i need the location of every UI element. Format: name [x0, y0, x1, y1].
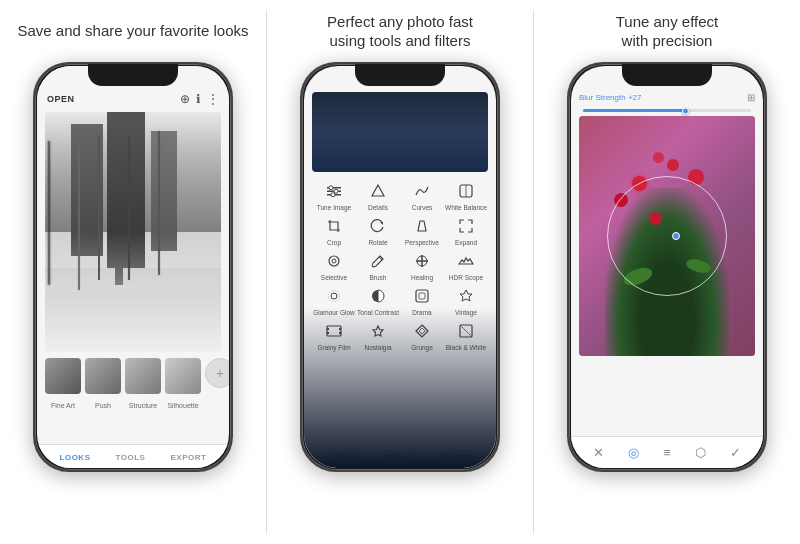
tool-selective-label: Selective — [321, 274, 347, 281]
phone-frame-2: Tune Image Details Curves — [300, 62, 500, 472]
tool-curves[interactable]: Curves — [401, 180, 443, 211]
panel2-title-line1: Perfect any photo fast — [327, 13, 473, 30]
white-balance-icon — [455, 180, 477, 202]
tool-expand[interactable]: Expand — [445, 215, 487, 246]
phone-frame-3: Blur Strength +27 ⊞ — [567, 62, 767, 472]
svg-marker-6 — [372, 185, 384, 196]
curves-icon — [411, 180, 433, 202]
crop-icon — [323, 215, 345, 237]
look-label-1: Push — [85, 402, 121, 409]
panel-tune-effect: Tune any effect with precision Blur Stre… — [534, 0, 800, 544]
tool-perspective[interactable]: Perspective — [401, 215, 443, 246]
phone2-screen: Tune Image Details Curves — [304, 66, 496, 468]
glamour-glow-icon — [323, 285, 345, 307]
panel-save-share: Save and share your favorite looks OPEN … — [0, 0, 266, 544]
tool-expand-label: Expand — [455, 239, 477, 246]
mask-icon[interactable]: ⬡ — [695, 445, 706, 460]
nav-export[interactable]: EXPORT — [171, 453, 207, 462]
tool-curves-label: Curves — [412, 204, 433, 211]
svg-marker-9 — [418, 221, 426, 231]
tool-brush-label: Brush — [370, 274, 387, 281]
phone3-toolbar: Blur Strength +27 ⊞ — [571, 66, 763, 107]
look-labels: Fine Art Push Structure Silhouette — [37, 400, 229, 411]
brush-icon — [367, 250, 389, 272]
look-label-0: Fine Art — [45, 402, 81, 409]
tools-row-1: Crop Rotate Perspective — [312, 215, 488, 246]
look-thumb-2[interactable] — [85, 358, 121, 394]
panel3-title-line1: Tune any effect — [616, 13, 719, 30]
look-thumb-3[interactable] — [125, 358, 161, 394]
tool-rotate-label: Rotate — [368, 239, 387, 246]
svg-point-4 — [334, 189, 338, 193]
svg-rect-16 — [416, 290, 428, 302]
nav-looks[interactable]: LOOKS — [60, 453, 91, 462]
panel2-title: Perfect any photo fast using tools and f… — [327, 10, 473, 52]
expand-icon — [455, 215, 477, 237]
tool-white-balance-label: White Balance — [445, 204, 487, 211]
perspective-icon — [411, 215, 433, 237]
phone1-toolbar: OPEN ⊕ ℹ ⋮ — [37, 66, 229, 112]
tool-selective[interactable]: Selective — [313, 250, 355, 281]
looks-strip: + — [37, 352, 229, 400]
tool-tune-image-label: Tune Image — [317, 204, 351, 211]
main-photo-bw — [45, 112, 221, 352]
svg-point-14 — [331, 293, 337, 299]
nav-tools[interactable]: TOOLS — [116, 453, 146, 462]
blur-slider[interactable] — [583, 109, 751, 112]
adjust-icon[interactable]: ≡ — [663, 445, 671, 460]
confirm-icon[interactable]: ✓ — [730, 445, 741, 460]
phone1-screen: OPEN ⊕ ℹ ⋮ — [37, 66, 229, 468]
tune-image-icon — [323, 180, 345, 202]
svg-marker-8 — [380, 222, 383, 225]
lens-blur-center[interactable] — [672, 232, 680, 240]
panel2-title-line2: using tools and filters — [330, 32, 471, 49]
look-add-button[interactable]: + — [205, 358, 229, 388]
phone1-bottom-nav: LOOKS TOOLS EXPORT — [37, 444, 229, 468]
svg-point-3 — [329, 186, 333, 190]
svg-point-11 — [332, 259, 336, 263]
tool-hdr-scope[interactable]: HDR Scope — [445, 250, 487, 281]
svg-rect-17 — [419, 293, 425, 299]
tool-details[interactable]: Details — [357, 180, 399, 211]
drama-icon — [411, 285, 433, 307]
hdr-scope-icon — [455, 250, 477, 272]
view-toggle-icon[interactable]: ⊞ — [747, 92, 755, 103]
panel3-title-line2: with precision — [622, 32, 713, 49]
tool-tune-image[interactable]: Tune Image — [313, 180, 355, 211]
look-thumb-4[interactable] — [165, 358, 201, 394]
lens-blur-circle — [607, 176, 727, 296]
selective-icon — [323, 250, 345, 272]
look-label-2: Structure — [125, 402, 161, 409]
svg-point-15 — [329, 291, 340, 302]
tool-white-balance[interactable]: White Balance — [445, 180, 487, 211]
svg-point-5 — [331, 193, 335, 197]
phone2-top-image — [312, 92, 488, 172]
tools-row-2: Selective Brush Healing — [312, 250, 488, 281]
tool-perspective-label: Perspective — [405, 239, 439, 246]
tool-healing-label: Healing — [411, 274, 433, 281]
open-button[interactable]: OPEN — [47, 94, 75, 104]
tool-crop-label: Crop — [327, 239, 341, 246]
tools-row-0: Tune Image Details Curves — [312, 180, 488, 211]
rotate-icon — [367, 215, 389, 237]
tool-details-label: Details — [368, 204, 388, 211]
svg-point-10 — [329, 256, 339, 266]
tool-crop[interactable]: Crop — [313, 215, 355, 246]
look-label-3: Silhouette — [165, 402, 201, 409]
tool-rotate[interactable]: Rotate — [357, 215, 399, 246]
blur-label: Blur Strength +27 — [579, 93, 641, 102]
tonal-contrast-icon — [367, 285, 389, 307]
info-icon: ℹ — [196, 92, 201, 106]
healing-icon — [411, 250, 433, 272]
more-icon[interactable]: ⋮ — [207, 92, 219, 106]
lens-blur-icon[interactable]: ◎ — [628, 445, 639, 460]
main-photo-flowers — [579, 116, 755, 356]
panel1-title: Save and share your favorite looks — [18, 10, 249, 52]
look-thumb-1[interactable] — [45, 358, 81, 394]
slider-thumb[interactable] — [682, 107, 689, 114]
tool-brush[interactable]: Brush — [357, 250, 399, 281]
phone3-screen: Blur Strength +27 ⊞ — [571, 66, 763, 468]
tool-healing[interactable]: Healing — [401, 250, 443, 281]
cancel-icon[interactable]: ✕ — [593, 445, 604, 460]
vintage-icon — [455, 285, 477, 307]
